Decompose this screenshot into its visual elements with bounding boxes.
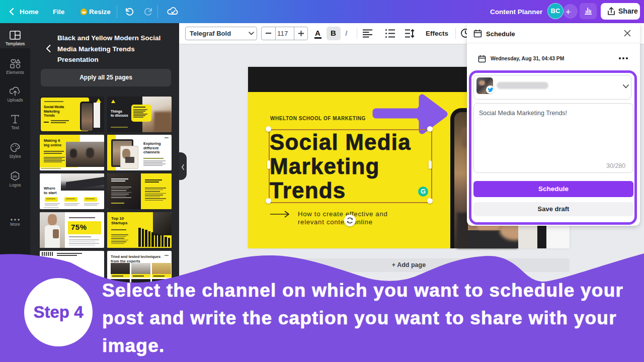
- svg-text:co.: co.: [13, 174, 18, 178]
